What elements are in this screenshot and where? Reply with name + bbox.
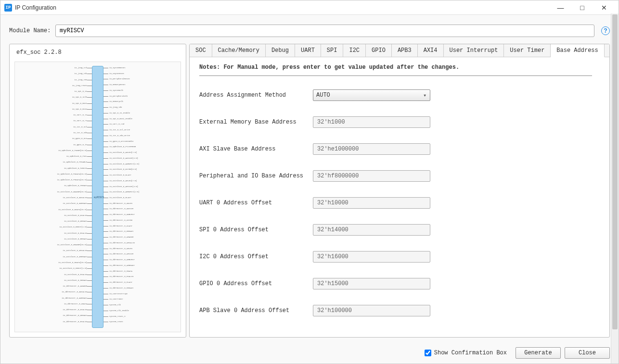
pin-label-left: io_axiSlave_0_RREADY xyxy=(64,278,87,282)
pin-label-right: io_ddrMaster_0_AWSIZE xyxy=(109,207,133,211)
pin-label-right: io_ddrMaster_0_RVALID xyxy=(109,275,133,278)
module-name-input[interactable] xyxy=(55,25,594,37)
address-input-8[interactable] xyxy=(313,305,430,316)
pin-label-left: io_apbSlave_0_PRDATA[31:0] xyxy=(57,178,87,182)
tab-deliverables[interactable]: Deliverables xyxy=(605,44,610,57)
pin-label-right: io_ddrMaster_0_ARLEN xyxy=(109,247,132,251)
pin-label-left: io_i2c_0_scl xyxy=(73,125,87,129)
form-row-2: AXI Slave Base Address xyxy=(199,143,600,155)
pin-label-left: io_axiSlave_0_WDATA[31:0] xyxy=(58,208,87,212)
form-row-0: Address Assignment MethodAUTO xyxy=(199,89,600,101)
form-row-3: Peripheral and IO Base Address xyxy=(199,170,600,182)
address-input-7[interactable] xyxy=(313,278,430,289)
pin-label-right: system_reset xyxy=(109,320,123,324)
ip-config-window: IP IP Configuration — □ ✕ Module Name: ?… xyxy=(0,0,619,364)
pin-label-right: io_jtag_tdo xyxy=(109,105,122,109)
window-title: IP Configuration xyxy=(15,4,550,11)
form-label: Peripheral and IO Base Address xyxy=(199,173,313,179)
module-name-row: Module Name: ? xyxy=(0,15,619,44)
generate-button[interactable]: Generate xyxy=(516,347,561,359)
tab-user-interrupt[interactable]: User Interrupt xyxy=(444,44,504,57)
pin-label-left: io_i2c_0_sda xyxy=(73,131,87,135)
pin-label-right: io_ddrMaster_0_WLAST xyxy=(109,224,132,228)
pin-label-right: io_ddrMaster_0_RREADY xyxy=(109,286,133,290)
form-label: External Memory Base Address xyxy=(199,119,313,126)
pin-label-left: io_axiSlave_0_WREADY xyxy=(64,219,87,223)
pin-label-right: io_ddrMaster_0_RDATA xyxy=(109,269,132,273)
pin-label-left: io_axiSlave_0_ARREADY xyxy=(63,255,87,259)
pin-label-left: io_axiSlave_0_RDATA[31:0] xyxy=(58,261,87,264)
show-confirmation-checkbox[interactable]: Show Confirmation Box xyxy=(425,350,507,356)
address-input-5[interactable] xyxy=(313,224,430,236)
address-input-2[interactable] xyxy=(313,143,430,155)
form-label: AXI Slave Base Address xyxy=(199,146,313,152)
pin-label-left: io_spi_0_sclk xyxy=(72,95,87,99)
address-input-3[interactable] xyxy=(313,170,430,182)
ip-name-version: efx_soc 2.2.8 xyxy=(10,44,186,58)
close-button[interactable]: ✕ xyxy=(593,1,615,14)
pin-label-left: io_apbSlave_0_PADDR[31:0] xyxy=(58,149,87,152)
pin-label-right: io_peripheralReset xyxy=(109,77,130,81)
pin-label-left: io_jtag_tck xyxy=(75,66,87,70)
app-icon: IP xyxy=(4,4,12,12)
pin-label-right: io_i2c_0_scl_write xyxy=(109,128,130,132)
pin-label-left: io_ddrMaster_0_WREADY xyxy=(63,314,87,317)
pin-label-right: io_axiSlave_0_ARBURST[1:0] xyxy=(109,190,139,194)
pin-label-left: io_axiSlave_0_AWVALID xyxy=(63,196,87,200)
pin-label-right: io_ddrMaster_0_WSTRB xyxy=(109,218,132,222)
tab-gpio[interactable]: GPIO xyxy=(366,44,392,57)
pin-label-left: io_apbSlave_0_PWDATA[31:0] xyxy=(57,172,87,176)
pin-label-right: io_systemReset xyxy=(109,66,126,70)
form-row-7: GPIO 0 Address Offset xyxy=(199,278,600,289)
pin-label-right: io_userInterrupt xyxy=(109,292,128,296)
address-input-6[interactable] xyxy=(313,251,430,263)
help-icon[interactable]: ? xyxy=(601,26,610,35)
pin-label-right: io_axiSlave_0_WLAST xyxy=(109,173,131,177)
tab-apb3[interactable]: APB3 xyxy=(392,44,418,57)
pin-label-right: io_ddrMaster_0_ARSIZE xyxy=(109,252,133,256)
pin-label-right: io_ddrMaster_0_ARADDR xyxy=(109,235,133,239)
pin-label-left: io_gpio_0_out xyxy=(72,137,87,140)
pin-label-right: io_axiSlave_0_AWLEN[7:0] xyxy=(109,151,137,154)
maximize-button[interactable]: □ xyxy=(571,1,593,14)
tab-i2c[interactable]: I2C xyxy=(343,44,366,57)
tab-axi4[interactable]: AXI4 xyxy=(418,44,444,57)
ip-preview-panel: efx_soc 2.2.8 io_jtag_tckio_jtag_tdiio_j… xyxy=(9,44,186,338)
pin-label-right: io_ddrMaster_0_RLAST xyxy=(109,280,132,284)
pin-label-left: io_uart_0_tx xyxy=(73,113,87,117)
confirmation-checkbox-label: Show Confirmation Box xyxy=(434,350,507,356)
pin-label-right: io_memoryReset xyxy=(109,83,126,87)
close-button-footer[interactable]: Close xyxy=(565,347,610,359)
config-panel: SOCCache/MemoryDebugUARTSPII2CGPIOAPB3AX… xyxy=(189,44,610,338)
pin-label-left: io_spi_0_miso xyxy=(72,107,87,111)
form-row-6: I2C 0 Address Offset xyxy=(199,251,600,263)
tab-cache-memory[interactable]: Cache/Memory xyxy=(212,44,266,57)
pin-label-left: io_axiSlave_0_BRESP[1:0] xyxy=(59,225,87,229)
address-input-4[interactable] xyxy=(313,197,430,209)
pin-label-right: io_gpio_0_writeEnable xyxy=(109,139,133,143)
block-diagram-area: io_jtag_tckio_jtag_tdiio_jtag_tmsio_jtag… xyxy=(14,62,181,332)
pin-label-left: io_axiSlave_0_BREADY xyxy=(64,237,87,241)
tab-soc[interactable]: SOC xyxy=(190,44,212,57)
tabs-row: SOCCache/MemoryDebugUARTSPII2CGPIOAPB3AX… xyxy=(190,44,609,57)
address-method-select[interactable]: AUTO xyxy=(313,89,430,101)
tab-base-address[interactable]: Base Address xyxy=(551,44,604,57)
tab-debug[interactable]: Debug xyxy=(266,44,295,57)
confirmation-checkbox-input[interactable] xyxy=(425,350,431,356)
pin-label-right: io_axiSlave_0_RLAST xyxy=(109,196,131,200)
pin-label-left: io_jtag_tdi xyxy=(75,72,87,75)
address-input-1[interactable] xyxy=(313,116,430,128)
pin-label-left: io_gpio_0_in xyxy=(73,143,87,147)
tab-spi[interactable]: SPI xyxy=(321,44,344,57)
pin-label-left: io_apbSlave_0_PREADY xyxy=(64,184,87,188)
pin-label-left: io_apbSlave_0_PWRITE xyxy=(64,166,87,170)
pin-label-right: system_clk_enable xyxy=(109,309,129,313)
minimize-button[interactable]: — xyxy=(550,1,571,14)
pin-label-left: io_ddrMaster_0_BVALID xyxy=(63,320,87,324)
tab-uart[interactable]: UART xyxy=(295,44,321,57)
pin-label-right: io_peripheralClk xyxy=(109,94,128,98)
pin-label-left: io_axiSlave_0_RRESP[1:0] xyxy=(59,266,87,270)
tab-user-timer[interactable]: User Timer xyxy=(504,44,551,57)
pin-label-right: io_ddrMaster_0_ARREADY xyxy=(109,264,135,267)
pin-label-right: io_axiSlave_0_AWSIZE[2:0] xyxy=(109,156,138,160)
